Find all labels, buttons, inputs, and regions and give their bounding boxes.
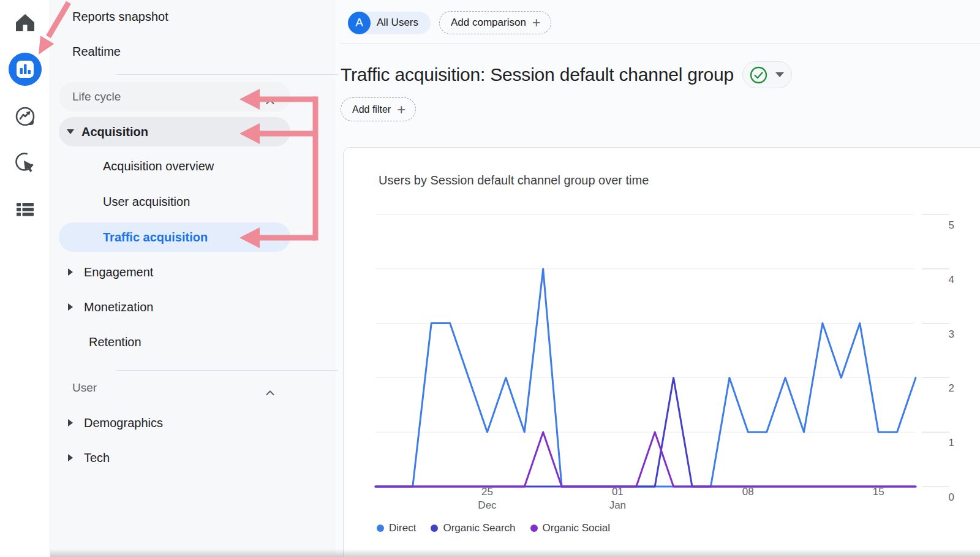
legend-dot	[530, 525, 538, 532]
page-title: Traffic acquisition: Session default cha…	[341, 64, 734, 85]
chart-title: Users by Session default channel group o…	[379, 173, 649, 188]
sidebar-item-monetization[interactable]: Monetization	[59, 292, 290, 322]
report-status-dropdown[interactable]	[742, 61, 792, 88]
plus-icon: +	[532, 15, 541, 30]
sidebar-item-label: Acquisition overview	[59, 159, 214, 173]
sidebar-item-tech[interactable]: Tech	[59, 443, 290, 472]
sidebar-item-retention[interactable]: Retention	[59, 327, 290, 357]
sidebar-item-acquisition-overview[interactable]: Acquisition overview	[59, 151, 290, 181]
add-filter-button[interactable]: Add filter +	[341, 97, 416, 121]
header-divider	[341, 43, 980, 44]
svg-text:Dec: Dec	[478, 499, 497, 511]
expand-caret-icon[interactable]	[68, 303, 73, 311]
sidebar-item-label: User acquisition	[59, 195, 190, 209]
users-over-time-line-chart: 01234525Dec01Jan0815	[343, 202, 980, 521]
home-icon[interactable]	[8, 6, 42, 40]
sidebar-item-label: Reports snapshot	[59, 10, 168, 24]
chevron-down-icon	[775, 72, 784, 77]
reports-icon[interactable]	[8, 52, 42, 86]
avatar: A	[348, 12, 371, 34]
sidebar-item-label: Traffic acquisition	[59, 230, 208, 244]
sidebar-item-label: Engagement	[73, 265, 153, 279]
svg-text:15: 15	[873, 486, 884, 498]
svg-text:Jan: Jan	[609, 499, 626, 511]
section-label: User	[59, 381, 97, 395]
plus-icon: +	[397, 102, 405, 117]
legend-item-organic-social: Organic Social	[530, 522, 611, 534]
legend-label: Organic Social	[543, 522, 611, 534]
svg-text:0: 0	[949, 491, 954, 503]
sidebar-item-label: Demographics	[73, 416, 163, 430]
section-label: Life cycle	[59, 90, 121, 104]
sidebar-section-user[interactable]: User	[59, 373, 290, 403]
expand-caret-icon[interactable]	[68, 268, 73, 276]
legend-item-organic-search: Organic Search	[431, 522, 515, 534]
chart-legend: Direct Organic Search Organic Social	[377, 522, 610, 534]
expand-caret-icon[interactable]	[68, 419, 73, 426]
collapse-chevron-icon[interactable]	[266, 94, 274, 108]
sidebar-item-realtime[interactable]: Realtime	[59, 37, 290, 66]
ga4-reports-page: Reports snapshot Realtime Life cycle Acq…	[0, 0, 980, 557]
audience-chip-label: All Users	[377, 17, 418, 29]
legend-item-direct: Direct	[377, 522, 416, 534]
svg-text:25: 25	[481, 486, 493, 498]
sidebar-item-label: Monetization	[73, 300, 153, 314]
legend-dot	[431, 525, 438, 532]
sidebar-item-reports-snapshot[interactable]: Reports snapshot	[59, 2, 290, 31]
library-icon[interactable]	[8, 192, 42, 226]
expand-caret-icon[interactable]	[68, 454, 73, 461]
legend-dot	[377, 525, 384, 532]
bar-chart-icon	[14, 58, 36, 80]
sidebar-item-engagement[interactable]: Engagement	[59, 257, 290, 287]
svg-text:5: 5	[949, 219, 954, 231]
sidebar-item-demographics[interactable]: Demographics	[59, 408, 290, 438]
sidebar-item-label: Realtime	[59, 45, 121, 59]
nav-icon-rail	[0, 0, 50, 557]
sidebar-item-user-acquisition[interactable]: User acquisition	[59, 187, 290, 216]
svg-text:08: 08	[742, 486, 754, 498]
sidebar-divider	[116, 370, 338, 371]
legend-label: Direct	[389, 522, 416, 534]
audience-chip-all-users[interactable]: A All Users	[348, 12, 431, 34]
advertising-icon[interactable]	[8, 145, 42, 180]
svg-text:4: 4	[949, 274, 954, 286]
sidebar-divider	[116, 74, 338, 75]
legend-label: Organic Search	[443, 522, 515, 534]
sidebar-item-label: Acquisition	[74, 125, 148, 139]
sidebar-section-life-cycle[interactable]: Life cycle	[59, 82, 290, 112]
sidebar-item-acquisition[interactable]: Acquisition	[59, 117, 290, 146]
add-comparison-label: Add comparison	[451, 17, 526, 29]
svg-text:1: 1	[949, 437, 954, 449]
svg-text:2: 2	[949, 382, 954, 394]
check-circle-icon	[749, 66, 768, 85]
add-comparison-button[interactable]: Add comparison +	[439, 11, 551, 34]
expand-caret-icon[interactable]	[67, 129, 74, 134]
sidebar-item-label: Tech	[73, 451, 110, 465]
svg-text:01: 01	[612, 486, 624, 498]
reports-sidebar: Reports snapshot Realtime Life cycle Acq…	[50, 0, 336, 557]
collapse-chevron-icon[interactable]	[266, 385, 274, 399]
add-filter-label: Add filter	[352, 104, 391, 115]
sidebar-item-traffic-acquisition[interactable]: Traffic acquisition	[59, 222, 290, 252]
svg-text:3: 3	[949, 328, 954, 340]
explore-icon[interactable]	[8, 99, 42, 134]
sidebar-item-label: Retention	[59, 335, 141, 349]
